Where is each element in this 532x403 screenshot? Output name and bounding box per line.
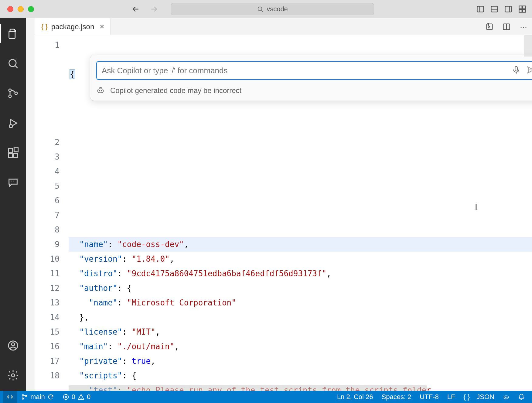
copilot-icon — [96, 86, 105, 95]
back-button[interactable] — [131, 5, 140, 14]
code-line[interactable]: "author": { — [69, 281, 532, 295]
command-center-text: vscode — [267, 5, 288, 13]
svg-point-36 — [22, 394, 24, 396]
sync-icon — [47, 394, 54, 400]
copilot-status-button[interactable] — [499, 391, 514, 403]
copilot-disclaimer: Copilot generated code may be incorrect — [96, 86, 532, 95]
tab-bar: { } package.json × ··· — [35, 18, 532, 35]
accounts-activity[interactable] — [7, 339, 19, 352]
svg-marker-27 — [487, 23, 489, 25]
svg-point-15 — [15, 92, 17, 95]
copilot-input-wrapper — [96, 61, 532, 80]
code-line[interactable]: "distro": "9cdc4175a8604751edba6baf46edf… — [69, 266, 532, 281]
indentation-button[interactable]: Spaces: 2 — [377, 391, 416, 403]
svg-point-35 — [101, 90, 102, 91]
zoom-window-button[interactable] — [28, 6, 34, 12]
split-editor-button[interactable] — [502, 22, 511, 32]
chat-activity[interactable] — [7, 176, 19, 189]
svg-rect-9 — [519, 9, 522, 12]
activity-bar — [0, 18, 26, 391]
code-line[interactable]: "name": "code-oss-dev", — [69, 237, 532, 252]
svg-rect-33 — [98, 89, 104, 93]
svg-point-24 — [12, 374, 15, 377]
cursor-position-button[interactable]: Ln 2, Col 26 — [333, 391, 377, 403]
nav-arrows — [131, 5, 159, 14]
toggle-panel-button[interactable] — [490, 5, 499, 13]
code-line[interactable]: "name": "Microsoft Corporation" — [69, 295, 532, 310]
sidebar-collapsed[interactable] — [26, 18, 35, 391]
command-center[interactable]: vscode — [171, 3, 374, 15]
svg-rect-19 — [9, 153, 12, 157]
run-action-button[interactable] — [485, 22, 494, 32]
minimap[interactable] — [524, 35, 532, 57]
editor[interactable]: 1 2 3 4 5 6 7 8 9 10 11 12 13 14 15 16 1… — [35, 35, 532, 391]
svg-rect-18 — [9, 148, 12, 152]
layout-controls — [476, 5, 527, 13]
warning-count: 0 — [87, 393, 90, 401]
svg-point-23 — [12, 343, 15, 346]
code-line[interactable]: "private": true, — [69, 354, 532, 368]
svg-rect-1 — [477, 6, 484, 12]
code-line[interactable]: "license": "MIT", — [69, 325, 532, 339]
svg-point-0 — [258, 7, 262, 11]
problems-button[interactable]: 0 0 — [58, 391, 95, 403]
editor-group: { } package.json × ··· 1 2 3 4 5 6 7 8 — [35, 18, 532, 391]
text-caret-icon: I — [475, 202, 477, 212]
settings-activity[interactable] — [7, 369, 19, 382]
tab-package-json[interactable]: { } package.json × — [35, 18, 111, 35]
svg-point-13 — [9, 89, 11, 91]
run-debug-activity[interactable] — [7, 117, 19, 129]
send-icon[interactable] — [526, 65, 532, 76]
svg-point-12 — [9, 60, 16, 67]
copilot-inline-chat: Copilot generated code may be incorrect — [90, 55, 532, 101]
window-controls — [7, 6, 34, 12]
json-file-icon: { } — [41, 23, 48, 31]
svg-rect-7 — [519, 6, 522, 9]
remote-button[interactable] — [3, 391, 17, 403]
svg-rect-5 — [505, 6, 512, 12]
svg-point-37 — [22, 398, 24, 399]
microphone-icon[interactable] — [512, 65, 522, 76]
svg-point-14 — [9, 95, 11, 98]
language-mode-button[interactable]: { } JSON — [459, 391, 499, 403]
svg-point-43 — [81, 398, 81, 398]
copilot-disclaimer-text: Copilot generated code may be incorrect — [110, 86, 241, 95]
main-area: { } package.json × ··· 1 2 3 4 5 6 7 8 — [0, 18, 532, 391]
svg-point-34 — [99, 90, 100, 91]
copilot-input[interactable] — [102, 66, 507, 75]
forward-button[interactable] — [149, 5, 159, 14]
customize-layout-button[interactable] — [518, 5, 527, 13]
close-window-button[interactable] — [7, 6, 13, 12]
titlebar: vscode — [0, 0, 532, 18]
svg-rect-44 — [504, 396, 509, 399]
extensions-activity[interactable] — [7, 146, 19, 159]
svg-point-46 — [507, 397, 507, 398]
warning-icon — [78, 394, 84, 400]
status-bar: main 0 0 Ln 2, Col 26 Spaces: 2 UTF-8 LF… — [0, 391, 532, 403]
svg-rect-20 — [14, 153, 18, 157]
svg-rect-21 — [14, 148, 18, 152]
svg-rect-30 — [515, 67, 517, 71]
toggle-secondary-sidebar-button[interactable] — [504, 5, 513, 13]
search-activity[interactable] — [7, 57, 19, 70]
explorer-activity[interactable] — [7, 27, 19, 40]
tab-label: package.json — [51, 22, 94, 31]
code-line[interactable]: "main": "./out/main", — [69, 339, 532, 354]
encoding-button[interactable]: UTF-8 — [415, 391, 443, 403]
minimize-window-button[interactable] — [18, 6, 24, 12]
toggle-primary-sidebar-button[interactable] — [476, 5, 485, 13]
svg-rect-3 — [491, 6, 498, 12]
code-line[interactable]: }, — [69, 310, 532, 325]
notifications-button[interactable] — [514, 391, 529, 403]
svg-rect-8 — [523, 6, 525, 9]
source-control-activity[interactable] — [7, 87, 19, 100]
eol-button[interactable]: LF — [443, 391, 459, 403]
svg-rect-10 — [523, 9, 525, 12]
git-branch-button[interactable]: main — [17, 391, 58, 403]
code-line[interactable]: "version": "1.84.0", — [69, 252, 532, 266]
code-line[interactable]: "scripts": { — [69, 368, 532, 383]
tab-close-button[interactable]: × — [100, 22, 104, 31]
more-actions-button[interactable]: ··· — [519, 22, 528, 32]
horizontal-scrollbar[interactable] — [69, 385, 427, 391]
error-count: 0 — [72, 393, 75, 401]
